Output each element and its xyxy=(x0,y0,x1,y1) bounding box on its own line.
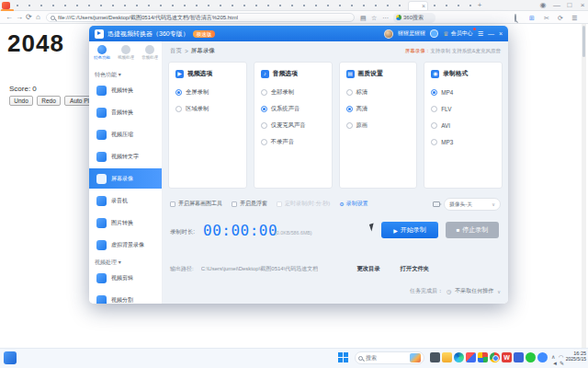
camera-dropdown[interactable]: 摄像头-关 ∨ xyxy=(444,198,501,211)
radio-region-record[interactable]: 区域录制 xyxy=(175,100,240,117)
open-folder-link[interactable]: 打开文件夹 xyxy=(401,265,429,273)
sidebar-item-audio-convert[interactable]: 音频转换 xyxy=(89,102,163,122)
search-highlight-thumbnail[interactable] xyxy=(410,353,421,362)
radio-original[interactable]: 原画 xyxy=(346,117,411,133)
sidebar-item-video-convert[interactable]: 视频转换 xyxy=(89,80,163,100)
user-avatar[interactable] xyxy=(384,29,393,39)
after-task-dropdown[interactable]: 任务完成后： ◷ 不采取任何操作 ∨ xyxy=(410,287,501,295)
taskbar-design-app-icon[interactable] xyxy=(466,352,476,362)
taskbar-search[interactable]: 搜索 xyxy=(355,351,424,364)
taskbar-green-app-icon[interactable] xyxy=(526,352,536,362)
change-dir-link[interactable]: 更改目录 xyxy=(356,265,379,273)
radio-icon[interactable] xyxy=(261,139,267,145)
undo-button[interactable]: Undo xyxy=(9,96,33,106)
panel-icon[interactable]: ◉ xyxy=(537,1,548,10)
taskbar-blue-app-icon[interactable] xyxy=(514,352,524,362)
sidebar-item-voice-recorder[interactable]: 录音机 xyxy=(89,190,163,211)
radio-mp4[interactable]: MP4 xyxy=(431,84,495,100)
redo-button[interactable]: Redo xyxy=(37,96,61,106)
apps-grid-icon[interactable]: ⊞ xyxy=(529,13,535,23)
radio-icon[interactable] xyxy=(346,122,353,129)
radio-mic-audio-only[interactable]: 仅麦克风声音 xyxy=(261,117,325,133)
vip-center[interactable]: ♕ 会员中心 xyxy=(443,29,472,38)
radio-hd[interactable]: 高清 xyxy=(346,100,411,117)
username[interactable]: 猩猩是猩猩 xyxy=(398,29,425,38)
radio-icon[interactable] xyxy=(431,139,437,145)
breadcrumb-home[interactable]: 首页 xyxy=(170,47,182,55)
window-maximize-icon[interactable]: □ xyxy=(564,1,575,10)
radio-record-all-audio[interactable]: 全部录制 xyxy=(261,84,325,100)
translate-doc-icon[interactable]: ▤ xyxy=(360,13,367,23)
app-title-bar[interactable]: 迅捷视频转换器（360专版） 极速版 猩猩是猩猩 ♕ 会员中心 ☰ — × xyxy=(89,26,508,41)
radio-fullscreen-record[interactable]: 全屏录制 xyxy=(175,84,240,100)
app-minimize-icon[interactable]: — xyxy=(488,29,494,39)
tab-video-process[interactable]: 视频处理 xyxy=(115,45,137,60)
radio-icon[interactable] xyxy=(175,106,182,112)
browser-tabs-more[interactable] xyxy=(430,2,472,10)
toggle-float-window[interactable]: 开启悬浮窗 xyxy=(232,200,267,208)
more-actions-icon[interactable]: ⋯ xyxy=(382,13,389,23)
sidebar-item-image-convert[interactable]: 图片转换 xyxy=(89,213,163,233)
taskbar-edge-icon[interactable] xyxy=(454,352,464,362)
toggle-draw-tool[interactable]: 开启屏幕画图工具 xyxy=(170,200,222,208)
record-settings-link[interactable]: ⚙录制设置 xyxy=(339,200,368,208)
browser-tabs[interactable] xyxy=(13,2,406,10)
tab-featured[interactable]: 特色功能 xyxy=(91,45,113,60)
taskbar-office-suite-icon[interactable] xyxy=(478,352,488,362)
radio-system-audio-only[interactable]: 仅系统声音 xyxy=(261,100,325,117)
bookmark-star-icon[interactable]: ☆ xyxy=(371,13,377,23)
taskbar-app-stats-icon[interactable] xyxy=(430,352,440,362)
page-scrollbar-thumb[interactable] xyxy=(582,26,585,57)
tab-close-icon[interactable]: × xyxy=(422,3,425,9)
browser-active-tab[interactable]: × xyxy=(408,1,428,11)
start-menu-icon[interactable] xyxy=(338,352,348,362)
radio-icon[interactable] xyxy=(346,106,353,112)
message-icon[interactable] xyxy=(430,29,438,38)
new-tab-button[interactable]: + xyxy=(474,1,485,10)
stop-record-button[interactable]: ■ 停止录制 xyxy=(446,222,499,238)
radio-no-audio[interactable]: 不录声音 xyxy=(261,133,325,150)
radio-icon[interactable] xyxy=(431,122,437,129)
sidebar-item-video-split[interactable]: 视频分割 xyxy=(89,290,163,304)
window-close-icon[interactable]: × xyxy=(577,1,588,10)
url-text[interactable]: file:///C:/Users/jumei/Desktop/截图0514/代码… xyxy=(58,14,238,22)
widgets-icon[interactable] xyxy=(4,351,17,364)
taskbar-clock[interactable]: 16:25 2025/5/15 xyxy=(560,351,586,362)
radio-icon[interactable] xyxy=(431,89,437,96)
tab-audio-process[interactable]: 音频处理 xyxy=(139,45,161,60)
taskbar-file-explorer-icon[interactable] xyxy=(442,352,452,362)
window-minimize-icon[interactable]: — xyxy=(551,1,562,10)
radio-flv[interactable]: FLV xyxy=(431,100,495,117)
page-scrollbar[interactable] xyxy=(582,24,586,348)
browser-logo-icon[interactable] xyxy=(2,2,10,9)
checkbox-icon[interactable] xyxy=(232,201,237,207)
sidebar-item-screen-record[interactable]: 屏幕录像 xyxy=(89,168,163,189)
browser-menu-icon[interactable]: ☰ xyxy=(571,13,577,23)
taskbar-wps-icon[interactable]: W xyxy=(502,352,512,362)
radio-icon[interactable] xyxy=(261,89,267,96)
app-close-icon[interactable]: × xyxy=(499,29,503,39)
sidebar-item-video-compress[interactable]: 视频压缩 xyxy=(89,124,163,144)
radio-icon[interactable] xyxy=(175,89,182,96)
radio-avi[interactable]: AVI xyxy=(431,117,495,133)
checkbox-icon[interactable] xyxy=(170,201,175,207)
radio-icon[interactable] xyxy=(261,106,267,112)
browser-search-box[interactable]: 360搜索 xyxy=(393,13,435,23)
back-icon[interactable]: ← xyxy=(6,13,13,22)
radio-icon[interactable] xyxy=(261,122,267,129)
scissors-icon[interactable]: ✂ xyxy=(544,13,549,23)
volume-icon[interactable]: ◄ xyxy=(552,359,558,368)
radio-icon[interactable] xyxy=(431,106,437,112)
forward-icon[interactable]: → xyxy=(16,13,23,22)
url-field[interactable]: file:///C:/Users/jumei/Desktop/截图0514/代码… xyxy=(46,13,355,22)
radio-mp3[interactable]: MP3 xyxy=(431,133,495,150)
sidebar-item-virtual-bg-record[interactable]: 虚拟背景录像 xyxy=(89,235,163,255)
radio-icon[interactable] xyxy=(346,89,353,96)
start-record-button[interactable]: ▶ 开始录制 xyxy=(381,222,438,238)
home-icon[interactable]: ⌂ xyxy=(36,13,40,22)
section-featured[interactable]: 特色功能 ▾ xyxy=(95,71,121,79)
browser-tab-strip[interactable]: × + ◉ — □ × xyxy=(0,0,588,11)
sidebar-item-video-clip[interactable]: 视频剪辑 xyxy=(89,268,163,288)
360-search-label[interactable]: 360搜索 xyxy=(403,14,424,22)
taskbar-chrome-icon[interactable] xyxy=(490,352,500,362)
